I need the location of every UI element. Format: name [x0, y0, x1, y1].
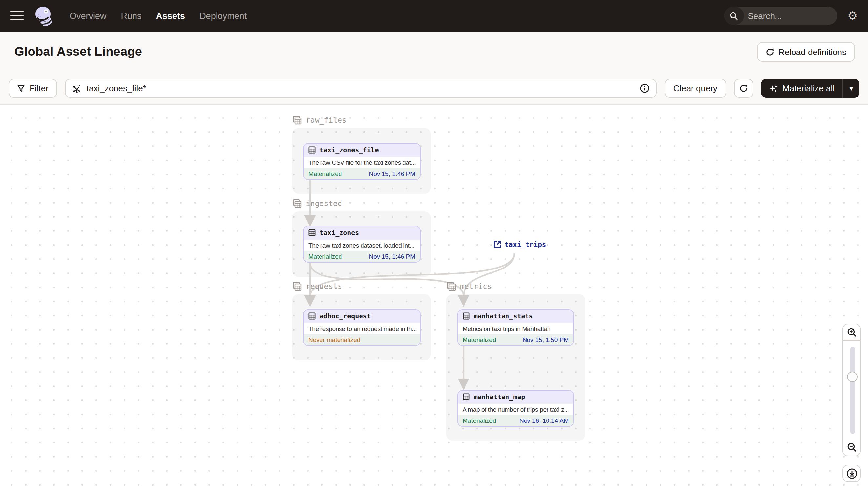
- settings-gear-icon[interactable]: ⚙: [848, 10, 858, 21]
- asset-description: Metrics on taxi trips in Manhattan: [458, 322, 573, 334]
- table-icon: [463, 393, 470, 400]
- page-header: Global Asset Lineage Reload definitions: [0, 32, 868, 72]
- download-icon: [846, 468, 857, 479]
- sparkle-icon: [768, 84, 778, 93]
- asset-query-box: [65, 79, 657, 98]
- zoom-out-button[interactable]: [843, 439, 861, 456]
- hamburger-menu-icon[interactable]: [11, 11, 24, 20]
- asset-title: taxi_zones_file: [320, 147, 379, 154]
- zoom-out-icon: [847, 443, 856, 452]
- zoom-slider[interactable]: [843, 341, 861, 439]
- table-icon: [308, 229, 316, 236]
- nav-menu: Overview Runs Assets Deployment: [70, 11, 247, 21]
- asset-description: The raw taxi zones dataset, loaded int..…: [304, 239, 420, 251]
- group-icon: [447, 281, 456, 291]
- page-title: Global Asset Lineage: [14, 45, 142, 59]
- asset-title: manhattan_map: [474, 393, 525, 400]
- reload-icon: [765, 48, 774, 56]
- nav-item-overview[interactable]: Overview: [70, 11, 107, 21]
- status-badge: Materialized: [308, 170, 342, 177]
- lineage-toolbar: Filter Clear query Mate: [0, 72, 868, 105]
- group-icon: [293, 199, 302, 208]
- asset-title: adhoc_request: [320, 312, 371, 320]
- group-label-requests[interactable]: requests: [293, 281, 342, 291]
- zoom-slider-thumb[interactable]: [847, 372, 857, 382]
- search-icon: [724, 6, 744, 25]
- dagster-app: Overview Runs Assets Deployment / ⚙ Glob…: [0, 0, 868, 495]
- zoom-slider-track[interactable]: [850, 347, 854, 434]
- asset-description: The response to an request made in th...: [304, 322, 420, 334]
- materialization-timestamp: Nov 15, 1:46 PM: [369, 170, 415, 177]
- group-icon: [293, 281, 302, 291]
- asset-title: manhattan_stats: [474, 312, 533, 320]
- asset-node-manhattan-stats[interactable]: manhattan_stats Metrics on taxi trips in…: [457, 309, 574, 346]
- group-label-metrics[interactable]: metrics: [447, 281, 492, 291]
- status-badge: Materialized: [463, 417, 496, 424]
- materialization-timestamp: Nov 15, 1:50 PM: [522, 336, 569, 343]
- zoom-in-icon: [847, 327, 856, 337]
- zoom-in-button[interactable]: [843, 324, 861, 341]
- global-search[interactable]: /: [724, 6, 837, 25]
- dagster-logo-icon[interactable]: [33, 5, 54, 27]
- info-icon[interactable]: [640, 83, 650, 93]
- table-icon: [463, 312, 470, 320]
- table-icon: [308, 312, 316, 320]
- materialization-timestamp: Nov 16, 10:14 AM: [519, 417, 569, 424]
- lineage-edges: [0, 105, 868, 495]
- clear-query-button[interactable]: Clear query: [665, 79, 726, 98]
- search-input[interactable]: [744, 11, 837, 21]
- asset-node-taxi-zones-file[interactable]: taxi_zones_file The raw CSV file for the…: [303, 143, 421, 180]
- materialize-options-caret[interactable]: ▼: [843, 79, 860, 98]
- lineage-canvas[interactable]: raw_files ingested requests metrics taxi…: [0, 105, 868, 495]
- asset-description: The raw CSV file for the taxi zones dat.…: [304, 156, 420, 168]
- asset-node-taxi-zones[interactable]: taxi_zones The raw taxi zones dataset, l…: [303, 226, 421, 262]
- asset-query-input[interactable]: [87, 83, 635, 93]
- asset-node-adhoc-request[interactable]: adhoc_request The response to an request…: [303, 309, 421, 346]
- table-icon: [308, 147, 316, 154]
- materialization-timestamp: Nov 15, 1:46 PM: [369, 253, 415, 260]
- materialize-all-button[interactable]: Materialize all: [761, 79, 843, 98]
- asset-title: taxi_zones: [320, 229, 359, 236]
- refresh-button[interactable]: [734, 79, 753, 98]
- zoom-controls: [843, 324, 861, 482]
- asset-description: A map of the number of trips per taxi z.…: [458, 403, 573, 415]
- group-icon: [293, 116, 302, 125]
- status-badge: Never materialized: [308, 336, 360, 343]
- asset-selector-icon: [72, 84, 81, 93]
- nav-item-deployment[interactable]: Deployment: [199, 11, 247, 21]
- status-badge: Materialized: [463, 336, 496, 343]
- external-asset-taxi-trips[interactable]: taxi_trips: [493, 240, 546, 248]
- filter-funnel-icon: [17, 84, 25, 92]
- download-image-button[interactable]: [843, 465, 861, 482]
- top-nav: Overview Runs Assets Deployment / ⚙: [0, 0, 868, 32]
- external-link-icon: [493, 240, 501, 248]
- nav-item-assets[interactable]: Assets: [156, 11, 185, 21]
- reload-definitions-button[interactable]: Reload definitions: [757, 42, 855, 62]
- materialize-all-split-button: Materialize all ▼: [761, 79, 860, 98]
- status-badge: Materialized: [308, 253, 342, 260]
- group-label-ingested[interactable]: ingested: [293, 199, 342, 208]
- nav-item-runs[interactable]: Runs: [121, 11, 142, 21]
- refresh-icon: [739, 84, 748, 92]
- filter-button[interactable]: Filter: [8, 79, 57, 98]
- asset-node-manhattan-map[interactable]: manhattan_map A map of the number of tri…: [457, 390, 574, 427]
- group-label-raw-files[interactable]: raw_files: [293, 116, 347, 125]
